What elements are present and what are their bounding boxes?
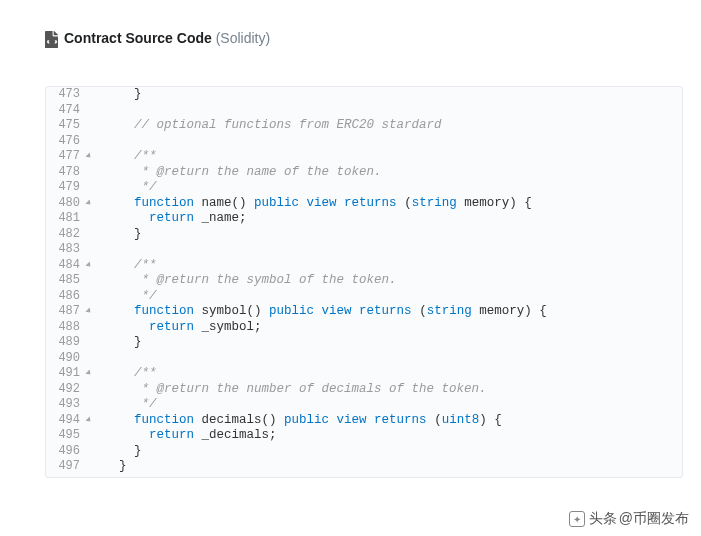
line-number[interactable]: 476 (46, 134, 86, 150)
line-number[interactable]: 479 (46, 180, 86, 196)
line-number[interactable]: 496 (46, 444, 86, 460)
watermark: ✦ 头条 @币圈发布 (569, 510, 689, 528)
main-container: Contract Source Code (Solidity) 473 }474… (0, 0, 701, 478)
code-line: 478 * @return the name of the token. (46, 165, 682, 181)
line-number[interactable]: 474 (46, 103, 86, 119)
code-content[interactable]: /** (96, 366, 157, 382)
line-number[interactable]: 495 (46, 428, 86, 444)
code-line: 494 function decimals() public view retu… (46, 413, 682, 429)
line-number[interactable]: 485 (46, 273, 86, 289)
line-number[interactable]: 491 (46, 366, 86, 382)
code-content[interactable]: } (96, 87, 142, 103)
code-line: 483 (46, 242, 682, 258)
code-line: 492 * @return the number of decimals of … (46, 382, 682, 398)
code-content[interactable]: return _decimals; (96, 428, 277, 444)
watermark-handle: @币圈发布 (619, 510, 689, 528)
code-content[interactable]: */ (96, 180, 157, 196)
code-content[interactable]: return _name; (96, 211, 247, 227)
line-number[interactable]: 492 (46, 382, 86, 398)
code-content[interactable]: // optional functions from ERC20 stardar… (96, 118, 442, 134)
code-content[interactable]: * @return the name of the token. (96, 165, 382, 181)
code-content[interactable]: } (96, 444, 142, 460)
code-content[interactable]: /** (96, 258, 157, 274)
line-number[interactable]: 490 (46, 351, 86, 367)
watermark-icon: ✦ (569, 511, 585, 527)
code-line: 479 */ (46, 180, 682, 196)
code-line: 493 */ (46, 397, 682, 413)
code-line: 481 return _name; (46, 211, 682, 227)
source-code-editor[interactable]: 473 }474475 // optional functions from E… (45, 86, 683, 478)
watermark-prefix: 头条 (589, 510, 617, 528)
code-content[interactable]: } (96, 227, 142, 243)
line-number[interactable]: 488 (46, 320, 86, 336)
code-line: 477 /** (46, 149, 682, 165)
code-line: 496 } (46, 444, 682, 460)
section-title-light: (Solidity) (216, 30, 270, 46)
section-title: Contract Source Code (Solidity) (64, 30, 270, 46)
code-line: 486 */ (46, 289, 682, 305)
code-content[interactable]: * @return the number of decimals of the … (96, 382, 487, 398)
section-title-bold: Contract Source Code (64, 30, 212, 46)
code-line: 487 function symbol() public view return… (46, 304, 682, 320)
code-content[interactable]: function symbol() public view returns (s… (96, 304, 547, 320)
code-line: 475 // optional functions from ERC20 sta… (46, 118, 682, 134)
line-number[interactable]: 480 (46, 196, 86, 212)
line-number[interactable]: 494 (46, 413, 86, 429)
section-header: Contract Source Code (Solidity) (45, 30, 701, 46)
code-content[interactable]: function name() public view returns (str… (96, 196, 532, 212)
code-line: 495 return _decimals; (46, 428, 682, 444)
code-line: 490 (46, 351, 682, 367)
line-number[interactable]: 497 (46, 459, 86, 475)
code-content[interactable]: } (96, 335, 142, 351)
line-number[interactable]: 478 (46, 165, 86, 181)
line-number[interactable]: 482 (46, 227, 86, 243)
code-line: 497 } (46, 459, 682, 475)
code-line: 474 (46, 103, 682, 119)
code-content[interactable]: * @return the symbol of the token. (96, 273, 397, 289)
line-number[interactable]: 473 (46, 87, 86, 103)
line-number[interactable]: 477 (46, 149, 86, 165)
code-line: 473 } (46, 87, 682, 103)
code-line: 484 /** (46, 258, 682, 274)
code-line: 480 function name() public view returns … (46, 196, 682, 212)
code-content[interactable]: return _symbol; (96, 320, 262, 336)
code-content[interactable]: */ (96, 397, 157, 413)
code-line: 488 return _symbol; (46, 320, 682, 336)
line-number[interactable]: 486 (46, 289, 86, 305)
code-line: 485 * @return the symbol of the token. (46, 273, 682, 289)
line-number[interactable]: 493 (46, 397, 86, 413)
code-line: 482 } (46, 227, 682, 243)
line-number[interactable]: 481 (46, 211, 86, 227)
line-number[interactable]: 483 (46, 242, 86, 258)
file-code-icon (45, 31, 58, 46)
line-number[interactable]: 487 (46, 304, 86, 320)
code-content[interactable]: */ (96, 289, 157, 305)
line-number[interactable]: 484 (46, 258, 86, 274)
code-content[interactable]: /** (96, 149, 157, 165)
code-line: 489 } (46, 335, 682, 351)
line-number[interactable]: 489 (46, 335, 86, 351)
code-line: 476 (46, 134, 682, 150)
code-content[interactable]: function decimals() public view returns … (96, 413, 502, 429)
line-number[interactable]: 475 (46, 118, 86, 134)
code-line: 491 /** (46, 366, 682, 382)
code-content[interactable]: } (96, 459, 127, 475)
